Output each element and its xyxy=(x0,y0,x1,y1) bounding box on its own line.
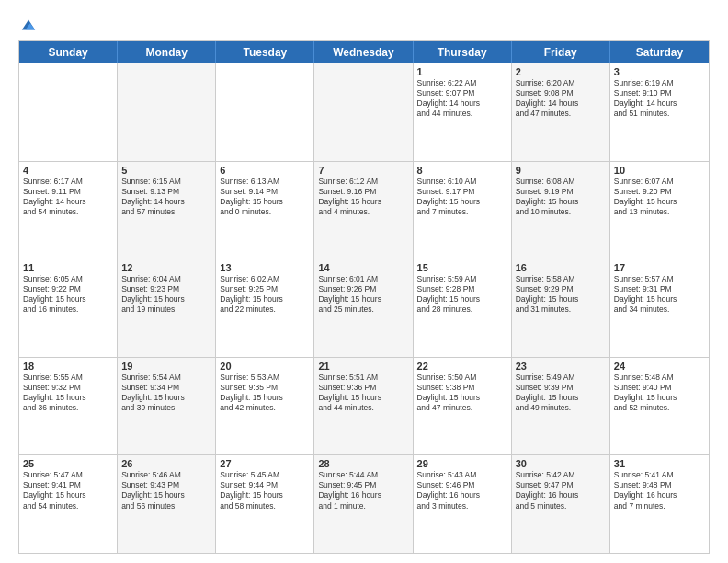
cal-cell-empty-0-1 xyxy=(118,63,216,161)
cal-cell-31: 31Sunrise: 5:41 AM Sunset: 9:48 PM Dayli… xyxy=(610,455,709,553)
cal-cell-11: 11Sunrise: 6:05 AM Sunset: 9:22 PM Dayli… xyxy=(19,259,118,357)
day-info: Sunrise: 6:10 AM Sunset: 9:17 PM Dayligh… xyxy=(417,177,507,217)
day-info: Sunrise: 6:15 AM Sunset: 9:13 PM Dayligh… xyxy=(121,177,211,217)
day-info: Sunrise: 6:04 AM Sunset: 9:23 PM Dayligh… xyxy=(121,274,211,315)
logo-text xyxy=(18,15,37,33)
header xyxy=(18,15,710,33)
cal-cell-26: 26Sunrise: 5:46 AM Sunset: 9:43 PM Dayli… xyxy=(118,455,216,553)
day-number: 24 xyxy=(614,361,705,372)
cal-cell-20: 20Sunrise: 5:53 AM Sunset: 9:35 PM Dayli… xyxy=(216,358,314,455)
day-number: 19 xyxy=(121,361,211,372)
day-info: Sunrise: 5:46 AM Sunset: 9:43 PM Dayligh… xyxy=(121,470,211,511)
cal-cell-10: 10Sunrise: 6:07 AM Sunset: 9:20 PM Dayli… xyxy=(610,162,709,259)
day-number: 20 xyxy=(220,361,310,372)
header-day-thursday: Thursday xyxy=(414,41,512,63)
cal-cell-21: 21Sunrise: 5:51 AM Sunset: 9:36 PM Dayli… xyxy=(314,358,413,455)
day-number: 29 xyxy=(417,458,507,469)
day-info: Sunrise: 5:48 AM Sunset: 9:40 PM Dayligh… xyxy=(614,373,705,413)
calendar-row-1: 1Sunrise: 6:22 AM Sunset: 9:07 PM Daylig… xyxy=(19,63,709,161)
logo-icon xyxy=(20,17,37,33)
day-info: Sunrise: 5:45 AM Sunset: 9:44 PM Dayligh… xyxy=(220,470,310,511)
calendar-header: SundayMondayTuesdayWednesdayThursdayFrid… xyxy=(19,41,709,63)
day-info: Sunrise: 5:49 AM Sunset: 9:39 PM Dayligh… xyxy=(516,373,606,413)
day-number: 2 xyxy=(516,66,606,77)
day-info: Sunrise: 6:02 AM Sunset: 9:25 PM Dayligh… xyxy=(220,274,310,315)
day-number: 17 xyxy=(614,262,705,273)
day-info: Sunrise: 5:47 AM Sunset: 9:41 PM Dayligh… xyxy=(23,470,113,511)
day-number: 1 xyxy=(417,66,507,77)
cal-cell-7: 7Sunrise: 6:12 AM Sunset: 9:16 PM Daylig… xyxy=(314,162,413,259)
calendar-body: 1Sunrise: 6:22 AM Sunset: 9:07 PM Daylig… xyxy=(19,63,709,553)
day-number: 30 xyxy=(516,458,606,469)
header-day-friday: Friday xyxy=(512,41,610,63)
header-day-monday: Monday xyxy=(118,41,216,63)
cal-cell-empty-0-3 xyxy=(314,63,413,161)
cal-cell-28: 28Sunrise: 5:44 AM Sunset: 9:45 PM Dayli… xyxy=(314,455,413,553)
day-info: Sunrise: 6:19 AM Sunset: 9:10 PM Dayligh… xyxy=(614,78,705,119)
day-number: 13 xyxy=(220,262,310,273)
day-number: 5 xyxy=(121,165,211,176)
day-number: 26 xyxy=(121,458,211,469)
day-number: 21 xyxy=(318,361,408,372)
calendar-row-3: 11Sunrise: 6:05 AM Sunset: 9:22 PM Dayli… xyxy=(19,259,709,357)
cal-cell-30: 30Sunrise: 5:42 AM Sunset: 9:47 PM Dayli… xyxy=(512,455,610,553)
day-number: 7 xyxy=(318,165,408,176)
cal-cell-23: 23Sunrise: 5:49 AM Sunset: 9:39 PM Dayli… xyxy=(512,358,610,455)
cal-cell-17: 17Sunrise: 5:57 AM Sunset: 9:31 PM Dayli… xyxy=(610,259,709,357)
cal-cell-14: 14Sunrise: 6:01 AM Sunset: 9:26 PM Dayli… xyxy=(314,259,413,357)
cal-cell-15: 15Sunrise: 5:59 AM Sunset: 9:28 PM Dayli… xyxy=(414,259,512,357)
day-info: Sunrise: 5:41 AM Sunset: 9:48 PM Dayligh… xyxy=(614,470,705,511)
cal-cell-3: 3Sunrise: 6:19 AM Sunset: 9:10 PM Daylig… xyxy=(610,63,709,161)
day-info: Sunrise: 6:17 AM Sunset: 9:11 PM Dayligh… xyxy=(23,177,113,217)
day-info: Sunrise: 6:20 AM Sunset: 9:08 PM Dayligh… xyxy=(516,78,606,119)
day-info: Sunrise: 5:44 AM Sunset: 9:45 PM Dayligh… xyxy=(318,470,408,511)
day-info: Sunrise: 6:01 AM Sunset: 9:26 PM Dayligh… xyxy=(318,274,408,315)
day-info: Sunrise: 5:42 AM Sunset: 9:47 PM Dayligh… xyxy=(516,470,606,511)
cal-cell-empty-0-0 xyxy=(19,63,118,161)
cal-cell-5: 5Sunrise: 6:15 AM Sunset: 9:13 PM Daylig… xyxy=(118,162,216,259)
calendar-row-5: 25Sunrise: 5:47 AM Sunset: 9:41 PM Dayli… xyxy=(19,454,709,553)
day-number: 10 xyxy=(614,165,705,176)
day-number: 11 xyxy=(23,262,113,273)
day-number: 25 xyxy=(23,458,113,469)
day-info: Sunrise: 5:50 AM Sunset: 9:38 PM Dayligh… xyxy=(417,373,507,413)
day-info: Sunrise: 5:54 AM Sunset: 9:34 PM Dayligh… xyxy=(121,373,211,413)
cal-cell-18: 18Sunrise: 5:55 AM Sunset: 9:32 PM Dayli… xyxy=(19,358,118,455)
cal-cell-8: 8Sunrise: 6:10 AM Sunset: 9:17 PM Daylig… xyxy=(414,162,512,259)
day-info: Sunrise: 5:51 AM Sunset: 9:36 PM Dayligh… xyxy=(318,373,408,413)
day-info: Sunrise: 6:22 AM Sunset: 9:07 PM Dayligh… xyxy=(417,78,507,119)
cal-cell-25: 25Sunrise: 5:47 AM Sunset: 9:41 PM Dayli… xyxy=(19,455,118,553)
day-number: 28 xyxy=(318,458,408,469)
day-info: Sunrise: 5:53 AM Sunset: 9:35 PM Dayligh… xyxy=(220,373,310,413)
cal-cell-2: 2Sunrise: 6:20 AM Sunset: 9:08 PM Daylig… xyxy=(512,63,610,161)
day-number: 9 xyxy=(516,165,606,176)
day-info: Sunrise: 5:57 AM Sunset: 9:31 PM Dayligh… xyxy=(614,274,705,315)
cal-cell-6: 6Sunrise: 6:13 AM Sunset: 9:14 PM Daylig… xyxy=(216,162,314,259)
cal-cell-4: 4Sunrise: 6:17 AM Sunset: 9:11 PM Daylig… xyxy=(19,162,118,259)
day-number: 16 xyxy=(516,262,606,273)
day-info: Sunrise: 6:13 AM Sunset: 9:14 PM Dayligh… xyxy=(220,177,310,217)
header-day-sunday: Sunday xyxy=(19,41,118,63)
day-info: Sunrise: 5:55 AM Sunset: 9:32 PM Dayligh… xyxy=(23,373,113,413)
page: SundayMondayTuesdayWednesdayThursdayFrid… xyxy=(0,0,728,563)
cal-cell-22: 22Sunrise: 5:50 AM Sunset: 9:38 PM Dayli… xyxy=(414,358,512,455)
calendar-row-4: 18Sunrise: 5:55 AM Sunset: 9:32 PM Dayli… xyxy=(19,357,709,455)
calendar-row-2: 4Sunrise: 6:17 AM Sunset: 9:11 PM Daylig… xyxy=(19,161,709,259)
logo xyxy=(18,15,37,33)
cal-cell-12: 12Sunrise: 6:04 AM Sunset: 9:23 PM Dayli… xyxy=(118,259,216,357)
day-number: 12 xyxy=(121,262,211,273)
day-info: Sunrise: 5:43 AM Sunset: 9:46 PM Dayligh… xyxy=(417,470,507,511)
day-number: 18 xyxy=(23,361,113,372)
day-number: 3 xyxy=(614,66,705,77)
day-number: 4 xyxy=(23,165,113,176)
cal-cell-29: 29Sunrise: 5:43 AM Sunset: 9:46 PM Dayli… xyxy=(414,455,512,553)
day-number: 27 xyxy=(220,458,310,469)
cal-cell-24: 24Sunrise: 5:48 AM Sunset: 9:40 PM Dayli… xyxy=(610,358,709,455)
header-day-wednesday: Wednesday xyxy=(314,41,413,63)
cal-cell-27: 27Sunrise: 5:45 AM Sunset: 9:44 PM Dayli… xyxy=(216,455,314,553)
day-info: Sunrise: 6:05 AM Sunset: 9:22 PM Dayligh… xyxy=(23,274,113,315)
header-day-tuesday: Tuesday xyxy=(216,41,314,63)
day-info: Sunrise: 6:07 AM Sunset: 9:20 PM Dayligh… xyxy=(614,177,705,217)
cal-cell-13: 13Sunrise: 6:02 AM Sunset: 9:25 PM Dayli… xyxy=(216,259,314,357)
calendar: SundayMondayTuesdayWednesdayThursdayFrid… xyxy=(18,40,710,554)
